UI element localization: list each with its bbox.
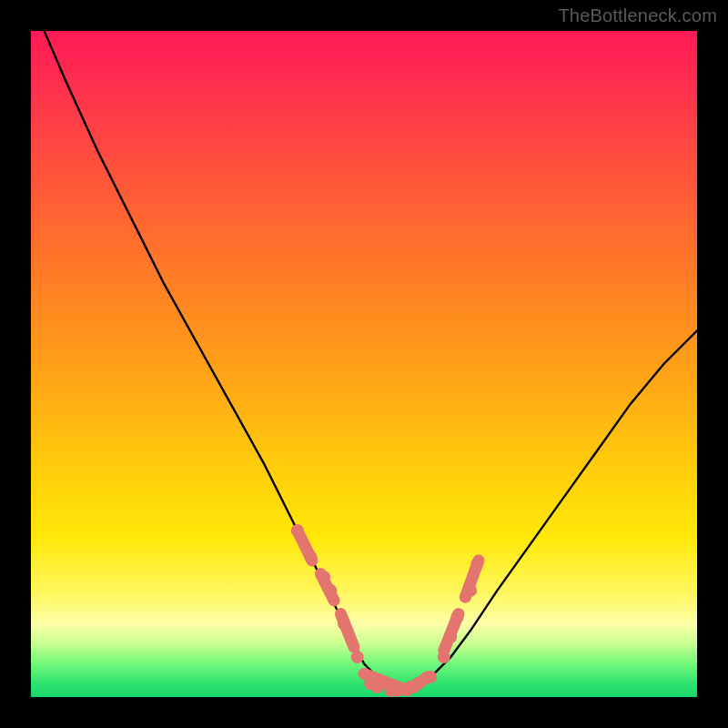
chart-frame: TheBottleneck.com bbox=[0, 0, 728, 728]
plot-gradient-background bbox=[31, 31, 697, 697]
watermark-text: TheBottleneck.com bbox=[558, 5, 717, 26]
